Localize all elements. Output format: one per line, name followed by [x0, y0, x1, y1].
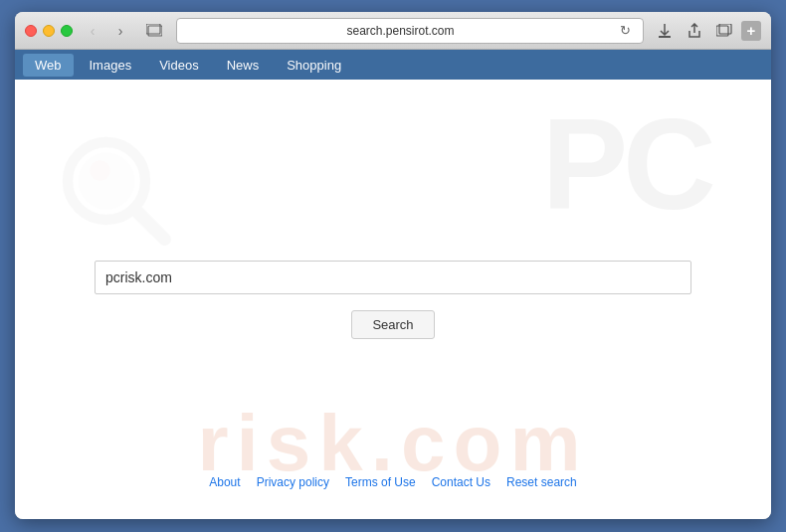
tab-shopping[interactable]: Shopping	[275, 54, 353, 77]
toolbar-right: +	[652, 18, 761, 44]
url-text: search.pensirot.com	[185, 24, 616, 38]
svg-rect-2	[659, 36, 671, 38]
privacy-policy-link[interactable]: Privacy policy	[257, 475, 329, 489]
search-button[interactable]: Search	[351, 310, 434, 339]
browser-nav-tabs: Web Images Videos News Shopping	[15, 50, 771, 80]
address-bar[interactable]: search.pensirot.com ↻	[176, 18, 644, 44]
minimize-button[interactable]	[43, 25, 55, 37]
svg-line-8	[135, 210, 165, 240]
contact-us-link[interactable]: Contact Us	[432, 475, 491, 489]
back-button[interactable]: ‹	[81, 19, 104, 43]
share-button[interactable]	[682, 18, 707, 44]
tab-news[interactable]: News	[215, 54, 272, 77]
search-input[interactable]	[95, 261, 691, 294]
search-input-wrapper	[95, 261, 691, 294]
new-tab-button[interactable]: +	[741, 21, 761, 41]
download-button[interactable]	[652, 18, 678, 44]
browser-window: ‹ › search.pensirot.com ↻	[15, 12, 771, 519]
forward-button[interactable]: ›	[108, 19, 132, 43]
reset-search-link[interactable]: Reset search	[506, 475, 577, 489]
magnifier-watermark	[55, 129, 184, 259]
duplicate-button[interactable]	[711, 18, 737, 44]
svg-point-7	[90, 160, 110, 181]
terms-of-use-link[interactable]: Terms of Use	[345, 475, 416, 489]
tab-videos[interactable]: Videos	[147, 54, 211, 77]
search-area: Search	[15, 261, 771, 339]
refresh-button[interactable]: ↻	[616, 23, 635, 38]
close-button[interactable]	[25, 25, 37, 37]
title-bar: ‹ › search.pensirot.com ↻	[15, 12, 771, 50]
tab-web[interactable]: Web	[23, 54, 74, 77]
pc-watermark-text: PC	[541, 99, 711, 229]
page-content: PC risk.com Search About Privacy policy …	[15, 80, 771, 519]
about-link[interactable]: About	[209, 475, 240, 489]
maximize-button[interactable]	[61, 25, 73, 37]
footer-links: About Privacy policy Terms of Use Contac…	[15, 475, 771, 489]
nav-buttons: ‹ ›	[81, 19, 132, 43]
tab-images[interactable]: Images	[78, 54, 144, 77]
traffic-lights	[25, 25, 73, 37]
svg-point-6	[78, 152, 134, 209]
svg-point-5	[68, 142, 145, 220]
tab-view-button[interactable]	[140, 19, 168, 43]
